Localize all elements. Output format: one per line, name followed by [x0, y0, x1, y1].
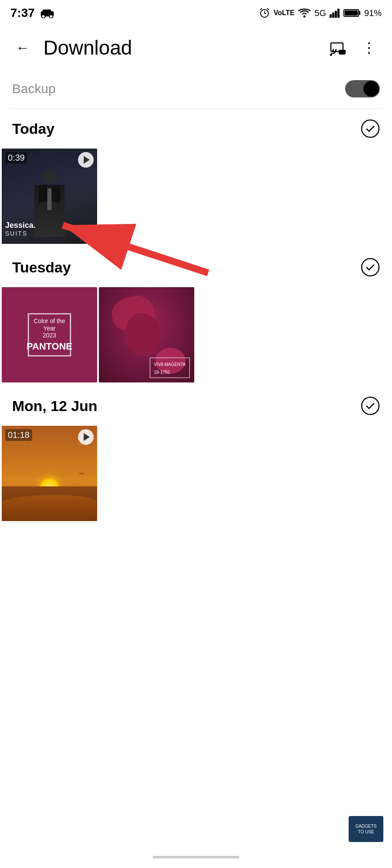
more-icon: ⋮ [362, 39, 377, 56]
svg-rect-17 [339, 50, 346, 54]
signal-icon [330, 8, 340, 18]
suits-video-thumb[interactable]: 0:39 Jessica. SUITS [2, 149, 97, 244]
pantone-box: Color of theYear2023 PANTONE [28, 313, 71, 356]
status-icons: VoLTE 5G 91% [259, 7, 382, 19]
today-title: Today [12, 120, 55, 137]
svg-rect-8 [330, 14, 332, 18]
mon12jun-media-grid: 〜 01:18 [0, 422, 392, 525]
back-button[interactable]: ← [10, 36, 35, 60]
today-check-icon[interactable] [361, 119, 380, 138]
svg-point-19 [362, 120, 379, 137]
section-tuesday: Tuesday [0, 247, 392, 284]
svg-rect-14 [345, 10, 358, 16]
pantone-brand-label: PANTONE [26, 341, 72, 352]
suits-duration: 0:39 [5, 152, 27, 164]
back-arrow-icon: ← [16, 40, 29, 56]
app-bar-actions: ⋮ [326, 36, 382, 60]
svg-rect-10 [335, 11, 337, 18]
page-title: Download [43, 36, 317, 59]
home-indicator[interactable] [153, 856, 239, 858]
content-spacer [0, 525, 392, 698]
toggle-thumb [363, 81, 379, 97]
desert-duration: 01:18 [5, 429, 32, 441]
today-media-grid: 0:39 Jessica. SUITS [0, 145, 392, 247]
svg-rect-13 [359, 11, 360, 15]
svg-point-2 [42, 15, 45, 18]
status-bar: 7:37 VoLTE 5G [0, 0, 392, 26]
mon12jun-check-icon[interactable] [361, 396, 380, 415]
battery-percent: 91% [364, 8, 382, 18]
svg-rect-9 [332, 13, 334, 18]
suits-caption: Jessica. SUITS [5, 221, 36, 237]
backup-row: Backup [0, 69, 392, 108]
suits-play-icon [78, 152, 94, 168]
status-time: 7:37 [10, 6, 35, 20]
more-options-button[interactable]: ⋮ [357, 36, 382, 60]
svg-point-3 [49, 15, 53, 18]
alarm-icon [259, 7, 270, 19]
svg-rect-11 [337, 9, 340, 18]
svg-point-22 [362, 259, 379, 276]
watermark: GADGETSTO USE [349, 816, 383, 842]
pantone-thumb[interactable]: Color of theYear2023 PANTONE [2, 287, 97, 382]
car-icon [40, 8, 55, 18]
svg-point-7 [304, 16, 306, 18]
abstract-thumb[interactable]: VIVA MAGENTA18-1750 [99, 287, 194, 382]
watermark-text: GADGETSTO USE [356, 823, 377, 835]
tuesday-media-grid: Color of theYear2023 PANTONE VIVA MAGENT… [0, 284, 392, 386]
backup-toggle[interactable] [345, 80, 380, 97]
section-mon12jun: Mon, 12 Jun [0, 386, 392, 422]
cast-button[interactable] [326, 36, 350, 60]
mon12jun-title: Mon, 12 Jun [12, 398, 97, 415]
backup-label: Backup [12, 81, 56, 96]
bottom-navigation-bar [0, 846, 392, 868]
pantone-coty-label: Color of theYear2023 [34, 317, 65, 339]
section-today: Today [0, 109, 392, 145]
app-bar: ← Download ⋮ [0, 26, 392, 69]
cast-icon [330, 39, 346, 56]
desert-play-icon [78, 429, 94, 445]
svg-point-23 [362, 397, 379, 415]
tuesday-check-icon[interactable] [361, 258, 380, 277]
desert-video-thumb[interactable]: 〜 01:18 [2, 426, 97, 521]
5g-icon: 5G [314, 8, 326, 18]
wifi-icon [298, 8, 311, 18]
tuesday-title: Tuesday [12, 259, 71, 276]
volte-icon: VoLTE [274, 9, 294, 17]
battery-icon [343, 8, 361, 18]
svg-rect-1 [42, 10, 51, 13]
